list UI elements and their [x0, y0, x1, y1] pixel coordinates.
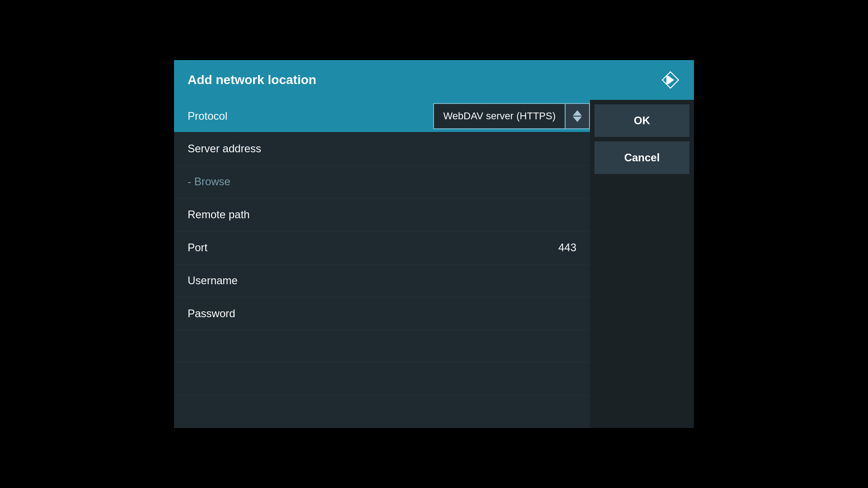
browse-row[interactable]: - Browse [174, 165, 590, 198]
svg-rect-1 [666, 76, 669, 84]
cancel-button[interactable]: Cancel [594, 141, 689, 174]
dialog-header: Add network location [174, 60, 694, 100]
port-value: 443 [558, 241, 576, 254]
dialog-body: Protocol WebDAV server (HTTPS) Server ad… [174, 100, 694, 428]
empty-row-3 [174, 395, 590, 428]
protocol-up-arrow-icon [573, 110, 582, 116]
browse-label: - Browse [188, 175, 576, 188]
username-label: Username [188, 274, 576, 287]
password-row[interactable]: Password [174, 297, 590, 330]
server-address-row[interactable]: Server address [174, 132, 590, 165]
protocol-row[interactable]: Protocol WebDAV server (HTTPS) [174, 100, 590, 132]
protocol-value: WebDAV server (HTTPS) [433, 103, 566, 129]
port-row[interactable]: Port 443 [174, 231, 590, 264]
remote-path-label: Remote path [188, 208, 576, 221]
empty-row-1 [174, 330, 590, 363]
server-address-label: Server address [188, 142, 576, 155]
username-row[interactable]: Username [174, 264, 590, 297]
remote-path-row[interactable]: Remote path [174, 198, 590, 231]
protocol-label: Protocol [188, 110, 433, 122]
empty-row-2 [174, 363, 590, 395]
protocol-arrows-button[interactable] [566, 103, 590, 129]
svg-marker-2 [669, 76, 674, 80]
protocol-selector[interactable]: WebDAV server (HTTPS) [433, 103, 590, 129]
form-area: Protocol WebDAV server (HTTPS) Server ad… [174, 100, 590, 428]
password-label: Password [188, 307, 576, 320]
buttons-area: OK Cancel [590, 100, 694, 428]
port-label: Port [188, 241, 558, 254]
dialog-title: Add network location [188, 73, 316, 87]
ok-button[interactable]: OK [594, 104, 689, 137]
add-network-location-dialog: Add network location Protocol WebDAV ser… [174, 60, 694, 428]
svg-marker-3 [669, 80, 674, 84]
protocol-down-arrow-icon [573, 117, 582, 122]
kodi-logo-icon [660, 70, 680, 90]
